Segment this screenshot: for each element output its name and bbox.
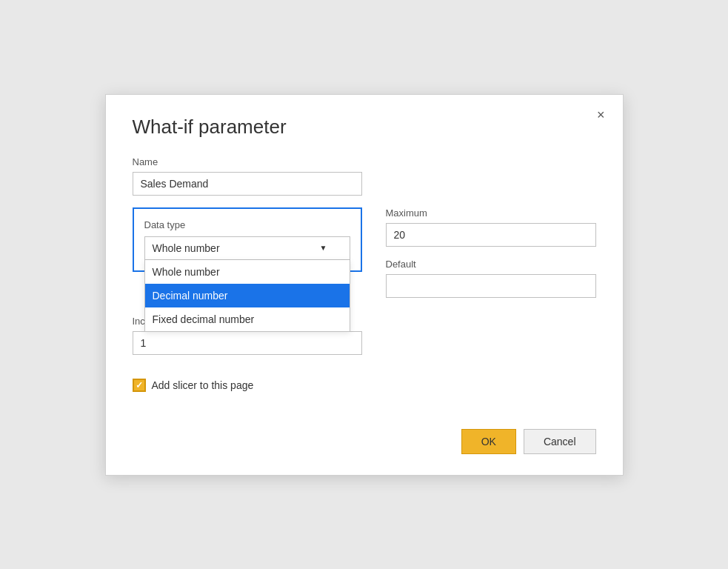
data-type-label: Data type bbox=[144, 219, 350, 230]
data-type-selected-value: Whole number bbox=[153, 242, 220, 254]
maximum-section: Maximum bbox=[386, 207, 596, 247]
checkbox-label: Add slicer to this page bbox=[152, 379, 254, 391]
close-button[interactable]: × bbox=[592, 105, 610, 124]
name-input[interactable] bbox=[133, 172, 362, 196]
increment-input[interactable] bbox=[133, 331, 362, 355]
what-if-dialog: × What-if parameter Name Data type Whole… bbox=[105, 94, 624, 476]
cancel-button[interactable]: Cancel bbox=[524, 429, 596, 454]
add-slicer-checkbox[interactable]: ✓ bbox=[133, 379, 146, 392]
dialog-footer: OK Cancel bbox=[133, 422, 596, 454]
maximum-input[interactable] bbox=[386, 223, 596, 247]
data-type-dropdown: Whole number Decimal number Fixed decima… bbox=[144, 260, 350, 332]
default-section: Default bbox=[386, 259, 596, 298]
dialog-overlay: × What-if parameter Name Data type Whole… bbox=[0, 0, 728, 569]
checkbox-row: ✓ Add slicer to this page bbox=[133, 379, 596, 392]
data-type-section: Data type Whole number ▼ Whole number De… bbox=[133, 207, 362, 272]
name-label: Name bbox=[133, 156, 596, 167]
ok-button[interactable]: OK bbox=[461, 429, 516, 454]
select-arrow-icon: ▼ bbox=[320, 244, 327, 252]
dropdown-item-decimal-number[interactable]: Decimal number bbox=[145, 284, 350, 307]
default-label: Default bbox=[386, 259, 596, 270]
dropdown-item-whole-number[interactable]: Whole number bbox=[145, 260, 350, 284]
default-input[interactable] bbox=[386, 274, 596, 298]
name-section: Name bbox=[133, 156, 596, 196]
data-type-select[interactable]: Whole number ▼ bbox=[144, 236, 350, 260]
maximum-label: Maximum bbox=[386, 207, 596, 219]
dropdown-item-fixed-decimal[interactable]: Fixed decimal number bbox=[145, 307, 350, 331]
data-type-select-wrapper: Whole number ▼ Whole number Decimal numb… bbox=[144, 236, 350, 260]
dialog-title: What-if parameter bbox=[133, 116, 596, 139]
checkmark-icon: ✓ bbox=[136, 380, 143, 390]
